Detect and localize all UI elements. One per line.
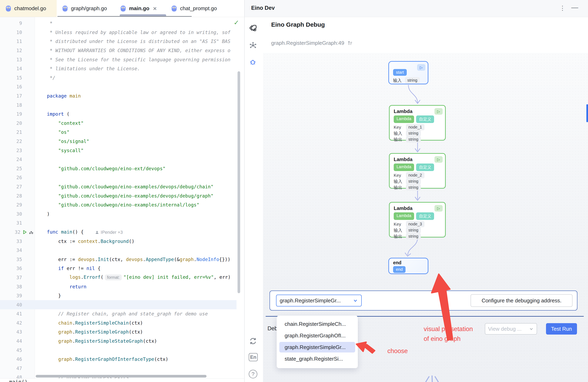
code-line-30[interactable]: 30) (0, 209, 236, 218)
graph-ref-row: graph.RegisterSimpleGraph:49 (271, 40, 353, 46)
debug-bug-icon[interactable] (249, 58, 257, 66)
code-line-19[interactable]: 19import ( (0, 110, 236, 119)
run-icon[interactable] (22, 229, 27, 235)
dropdown-item-2[interactable]: graph.RegisterSimpleGr... (279, 342, 355, 352)
node-play-icon[interactable]: ▷ (417, 64, 425, 71)
code-line-34[interactable]: 34 (0, 246, 236, 255)
test-run-button[interactable]: Test Run (546, 323, 577, 335)
code-line-29[interactable]: 29 "github.com/cloudwego/eino-examples/i… (0, 200, 236, 210)
node-play-icon[interactable]: ▷ (435, 108, 443, 115)
annotation-choose: choose (387, 347, 408, 355)
chevron-down-icon (529, 326, 534, 331)
tab-chatmodel-go[interactable]: chatmodel.go (0, 0, 57, 17)
eino-tag-gear-icon[interactable] (249, 24, 258, 33)
code-text: "github.com/cloudwego/eino-ext/devops" (35, 166, 166, 171)
code-text: return (35, 284, 86, 289)
line-number: 22 (2, 139, 22, 144)
tab-graph-graph-go[interactable]: graph/graph.go (57, 0, 115, 17)
code-line-16[interactable]: 16 (0, 82, 236, 91)
code-line-38[interactable]: 38 return (0, 282, 236, 291)
code-text: "context" (35, 120, 84, 126)
horizontal-scrollbar-thumb[interactable] (36, 375, 207, 378)
code-line-28[interactable]: 28 "github.com/cloudwego/eino-examples/d… (0, 191, 236, 200)
language-en-icon[interactable]: En (249, 353, 258, 361)
graph-node-start[interactable]: ▷start输入string (388, 61, 428, 84)
code-line-33[interactable]: 33 ctx := context.Background() (0, 237, 236, 246)
code-line-47[interactable]: 47 (0, 364, 236, 373)
code-line-9[interactable]: 9 * (0, 19, 236, 28)
code-line-25[interactable]: 25 "github.com/cloudwego/eino-ext/devops… (0, 164, 236, 173)
tab-label: chat_prompt.go (180, 5, 217, 12)
code-line-32[interactable]: 32func main() {IPender +3 (0, 228, 236, 237)
code-line-17[interactable]: 17package main (0, 91, 236, 101)
graph-select[interactable]: graph.RegisterSimpleGr... (276, 295, 362, 306)
code-line-41[interactable]: 41 // Register chain, graph and state_gr… (0, 309, 236, 319)
code-editor[interactable]: 9 *10 * Unless required by applicable la… (0, 17, 244, 382)
inspection-ok-icon[interactable]: ✓ (234, 19, 239, 26)
node-play-icon[interactable]: ▷ (435, 205, 443, 211)
code-line-42[interactable]: 42 chain.RegisterSimpleChain(ctx) (0, 319, 236, 328)
code-line-36[interactable]: 36 if err != nil { (0, 264, 236, 273)
dropdown-item-3[interactable]: state_graph.RegisterSi... (279, 353, 355, 364)
code-line-26[interactable]: 26 (0, 173, 236, 182)
code-line-24[interactable]: 24 (0, 155, 236, 164)
sort-sequence-icon[interactable] (347, 40, 353, 46)
node-play-icon[interactable]: ▷ (435, 156, 443, 163)
profiler-icon[interactable] (29, 229, 34, 235)
dropdown-item-1[interactable]: graph.RegisterGraphOfI... (279, 330, 355, 341)
code-line-43[interactable]: 43 graph.RegisterSimpleGraph(ctx) (0, 327, 236, 337)
code-line-23[interactable]: 23 "syscall" (0, 146, 236, 155)
panel-kebab-icon[interactable]: ⋮ (559, 4, 566, 12)
line-number: 14 (2, 66, 22, 71)
code-line-44[interactable]: 44 graph.RegisterSimpleStateGraph(ctx) (0, 337, 236, 346)
code-line-13[interactable]: 13 * See the License for the specific la… (0, 55, 236, 64)
graph-node-node_2[interactable]: Lambda▷Lambda自定义Keynode_2输入string输出strin… (389, 153, 446, 189)
code-line-37[interactable]: 37 logs.Errorf(format:"[eino dev] init f… (0, 273, 236, 282)
code-text: graph.RegisterGraphOfInterfaceType(ctx) (35, 357, 168, 362)
graph-node-node_3[interactable]: Lambda▷Lambda自定义Keynode_3输入string输出strin… (389, 202, 446, 237)
node-row-label: 输入 (394, 131, 403, 136)
code-line-40[interactable]: 40 (0, 300, 236, 309)
code-text: ctx := context.Background() (35, 239, 134, 244)
line-number: 21 (2, 130, 22, 135)
graph-node-node_1[interactable]: Lambda▷Lambda自定义Keynode_1输入string输出strin… (389, 105, 446, 140)
configure-address-button[interactable]: Configure the debugging address. (471, 294, 572, 307)
refresh-icon[interactable] (249, 337, 257, 345)
debug-controls-container: graph.RegisterSimpleGr... Configure the … (270, 291, 577, 310)
breadcrumb-bar: main() (0, 378, 244, 382)
code-line-31[interactable]: 31 (0, 218, 236, 228)
code-line-10[interactable]: 10 * Unless required by applicable law o… (0, 28, 236, 37)
author-inlay[interactable]: IPender +3 (95, 230, 123, 235)
code-line-35[interactable]: 35 err := devops.Init(ctx, devops.Append… (0, 255, 236, 264)
close-icon[interactable]: × (153, 5, 157, 12)
vertical-scrollbar-thumb[interactable] (237, 71, 240, 293)
code-line-22[interactable]: 22 "os/signal" (0, 137, 236, 146)
code-line-27[interactable]: 27 "github.com/cloudwego/eino-examples/d… (0, 182, 236, 191)
panel-minimize-icon[interactable]: — (571, 3, 578, 11)
code-line-39[interactable]: 39 } (0, 291, 236, 300)
graph-node-end[interactable]: endend (388, 258, 428, 274)
code-line-46[interactable]: 46 graph.RegisterGraphOfInterfaceType(ct… (0, 355, 236, 364)
line-number: 11 (2, 39, 22, 44)
node-row-value: string (406, 178, 421, 185)
code-line-18[interactable]: 18 (0, 100, 236, 110)
code-line-21[interactable]: 21 "os" (0, 128, 236, 137)
line-number: 25 (2, 166, 22, 171)
code-line-14[interactable]: 14 * limitations under the License. (0, 64, 236, 73)
breadcrumb[interactable]: main() (9, 379, 27, 382)
code-line-20[interactable]: 20 "context" (0, 119, 236, 128)
code-line-15[interactable]: 15 */ (0, 73, 236, 82)
go-file-icon (171, 5, 177, 12)
view-debug-select[interactable]: View debug ... (485, 323, 537, 335)
help-icon[interactable]: ? (249, 370, 257, 378)
dropdown-item-0[interactable]: chain.RegisterSimpleCh... (279, 319, 355, 329)
tab-strip-scrollbar[interactable] (58, 16, 192, 17)
node-row-label: 输入 (393, 77, 402, 83)
code-line-12[interactable]: 12 * WITHOUT WARRANTIES OR CONDITIONS OF… (0, 46, 236, 55)
code-line-45[interactable]: 45 (0, 345, 236, 355)
line-number: 33 (2, 239, 22, 244)
code-line-11[interactable]: 11 * distributed under the License is di… (0, 37, 236, 46)
graph-node-icon[interactable] (249, 41, 257, 50)
node-row-value: string (405, 77, 420, 83)
tab-chat-prompt-go[interactable]: chat_prompt.go (166, 0, 217, 17)
